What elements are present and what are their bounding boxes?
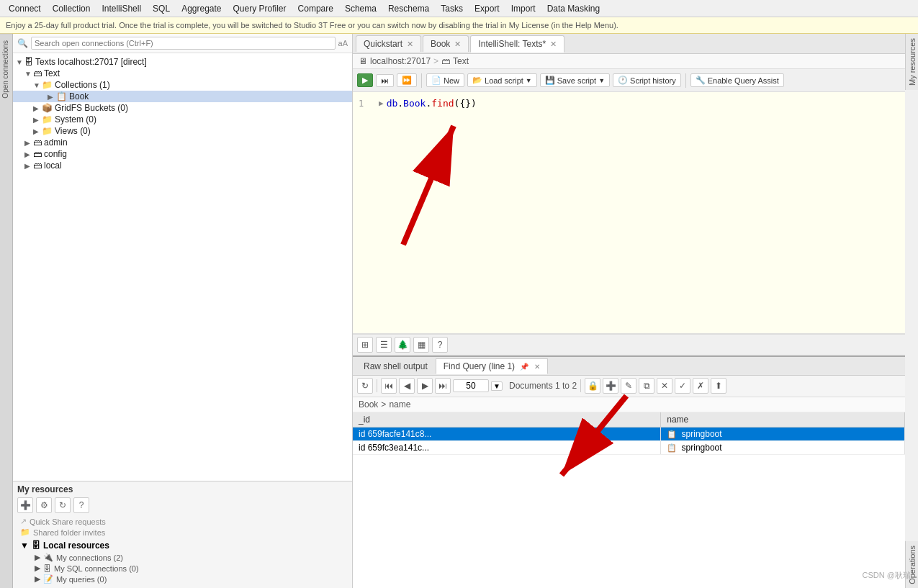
grid-view-btn[interactable]: ⊞ <box>357 337 373 353</box>
cell-name-1: 📋 springboot <box>661 427 905 440</box>
tab-intellishell-close[interactable]: ✕ <box>550 40 557 49</box>
tab-my-resources[interactable]: My resources <box>905 34 918 90</box>
tree-view-btn[interactable]: 🌲 <box>395 337 410 353</box>
separator-2 <box>685 73 686 88</box>
edit-doc-btn[interactable]: ✎ <box>621 378 636 394</box>
tree-node-system[interactable]: ▶ 📁 System (0) <box>13 114 352 125</box>
table-view-btn[interactable]: ▦ <box>413 337 429 353</box>
menu-collection[interactable]: Collection <box>47 2 96 15</box>
tab-raw-shell-output[interactable]: Raw shell output <box>356 358 436 374</box>
tab-find-query[interactable]: Find Query (line 1) 📌 ✕ <box>436 358 548 374</box>
results-tabs: Raw shell output Find Query (line 1) 📌 ✕ <box>353 357 905 376</box>
tab-quickstart[interactable]: Quickstart ✕ <box>356 35 421 52</box>
local-resources-header[interactable]: ▼ 🗄 Local resources <box>17 539 348 552</box>
menu-reschema[interactable]: Reschema <box>382 2 435 15</box>
enable-query-assist-btn[interactable]: 🔧 Enable Query Assist <box>690 73 784 87</box>
tab-intellishell[interactable]: IntelliShell: Texts* ✕ <box>470 35 564 53</box>
my-sql-connections-item[interactable]: ▶ 🗄 My SQL connections (0) <box>32 563 348 574</box>
line-run-btn[interactable]: ▶ <box>379 96 384 111</box>
edit-connection-btn[interactable]: ⚙ <box>36 497 52 513</box>
tree-icon-collections: 📁 <box>42 80 53 90</box>
tree-icon-local: 🗃 <box>33 160 42 171</box>
tree-node-collections[interactable]: ▼ 📁 Collections (1) <box>13 79 352 91</box>
table-row[interactable]: id 659fc3ea141c... 📋 springboot <box>353 440 905 454</box>
tree-icon-admin: 🗃 <box>33 137 42 148</box>
tab-open-connections[interactable]: Open connections <box>0 34 12 104</box>
tree-node-views[interactable]: ▶ 📁 Views (0) <box>13 125 352 137</box>
tab-operations[interactable]: Operations <box>905 541 918 588</box>
lock-btn[interactable]: 🔒 <box>585 378 600 394</box>
next-page-btn[interactable]: ▶ <box>417 378 433 394</box>
search-aa-btn[interactable]: aA <box>338 39 348 48</box>
find-query-close[interactable]: ✕ <box>534 363 540 371</box>
quick-share-link[interactable]: ↗ Quick Share requests <box>17 516 348 527</box>
help-view-btn[interactable]: ? <box>432 337 448 353</box>
menu-schema[interactable]: Schema <box>339 2 382 15</box>
search-input[interactable] <box>31 37 336 50</box>
menu-intellishell[interactable]: IntelliShell <box>96 2 147 15</box>
load-script-btn[interactable]: 📂 Load script ▼ <box>467 73 537 87</box>
my-queries-item[interactable]: ▶ 📝 My queries (0) <box>32 574 348 584</box>
script-history-label: Script history <box>630 76 676 85</box>
cancel-doc-btn[interactable]: ✗ <box>693 378 708 394</box>
menu-import[interactable]: Import <box>505 2 541 15</box>
my-resources-title: My resources <box>17 484 348 494</box>
menu-queryprofiler[interactable]: Query Profiler <box>228 2 292 15</box>
tree-label-collections: Collections (1) <box>55 80 110 90</box>
tabs-bar: Quickstart ✕ Book ✕ IntelliShell: Texts*… <box>353 34 905 54</box>
save-script-btn[interactable]: 💾 Save script ▼ <box>540 73 610 87</box>
menu-tasks[interactable]: Tasks <box>435 2 469 15</box>
tree-node-gridfs[interactable]: ▶ 📦 GridFS Buckets (0) <box>13 102 352 114</box>
tree-arrow-system: ▶ <box>33 116 42 124</box>
tab-quickstart-label: Quickstart <box>364 39 402 49</box>
menu-compare[interactable]: Compare <box>292 2 339 15</box>
add-doc-btn[interactable]: ➕ <box>603 378 618 394</box>
code-editor[interactable]: 1 ▶ db.Book.find({}) <box>353 92 905 334</box>
last-page-btn[interactable]: ⏭ <box>435 378 451 394</box>
cell-name-2: 📋 springboot <box>661 440 905 454</box>
table-row[interactable]: id 659facfe141c8... 📋 springboot <box>353 427 905 440</box>
refresh-results-btn[interactable]: ↻ <box>357 378 373 394</box>
page-size-input[interactable] <box>453 379 489 392</box>
tree-node-admin[interactable]: ▶ 🗃 admin <box>13 137 352 148</box>
copy-doc-btn[interactable]: ⧉ <box>639 378 654 394</box>
shared-folder-link[interactable]: 📁 Shared folder invites <box>17 527 348 538</box>
tab-book[interactable]: Book ✕ <box>423 35 469 52</box>
help-btn[interactable]: ? <box>73 497 89 513</box>
script-history-btn[interactable]: 🕐 Script history <box>613 73 681 87</box>
table-header-row: _id name <box>353 412 905 428</box>
first-page-btn[interactable]: ⏮ <box>381 378 397 394</box>
tree-node-local[interactable]: ▶ 🗃 local <box>13 160 352 171</box>
tree-label-local: local <box>44 160 62 171</box>
run-to-end-btn[interactable]: ⏭ <box>376 74 394 87</box>
results-bc-collection: Book <box>359 399 378 410</box>
tree-node-root[interactable]: ▼ 🗄 Texts localhost:27017 [direct] <box>13 56 352 68</box>
export-doc-btn[interactable]: ⬆ <box>711 378 726 394</box>
tree-arrow-collections: ▼ <box>33 81 42 89</box>
tab-quickstart-close[interactable]: ✕ <box>407 40 413 49</box>
refresh-btn[interactable]: ↻ <box>55 497 71 513</box>
menu-datamasking[interactable]: Data Masking <box>541 2 606 15</box>
new-btn[interactable]: 📄 New <box>426 73 464 87</box>
menu-aggregate[interactable]: Aggregate <box>176 2 227 15</box>
page-size-dropdown[interactable]: ▼ <box>491 381 503 391</box>
run-selected-btn[interactable]: ⏩ <box>397 73 417 87</box>
tab-book-close[interactable]: ✕ <box>454 40 461 49</box>
tree-node-text[interactable]: ▼ 🗃 Text <box>13 68 352 79</box>
prev-page-btn[interactable]: ◀ <box>399 378 415 394</box>
separator-1 <box>421 73 422 88</box>
menu-sql[interactable]: SQL <box>147 2 176 15</box>
menu-connect[interactable]: Connect <box>3 2 47 15</box>
tree-node-config[interactable]: ▶ 🗃 config <box>13 148 352 160</box>
save-doc-btn[interactable]: ✓ <box>675 378 690 394</box>
breadcrumb-sep: > <box>433 56 438 66</box>
add-connection-btn[interactable]: ➕ <box>17 497 33 513</box>
list-view-btn[interactable]: ☰ <box>376 337 392 353</box>
my-sql-arrow: ▶ <box>35 564 40 573</box>
tree-node-book[interactable]: ▶ 📋 Book <box>13 91 352 102</box>
menu-export[interactable]: Export <box>469 2 505 15</box>
my-connections-item[interactable]: ▶ 🔌 My connections (2) <box>32 552 348 563</box>
delete-doc-btn[interactable]: ✕ <box>657 378 672 394</box>
run-btn[interactable]: ▶ <box>357 73 373 87</box>
new-label: New <box>444 76 459 85</box>
